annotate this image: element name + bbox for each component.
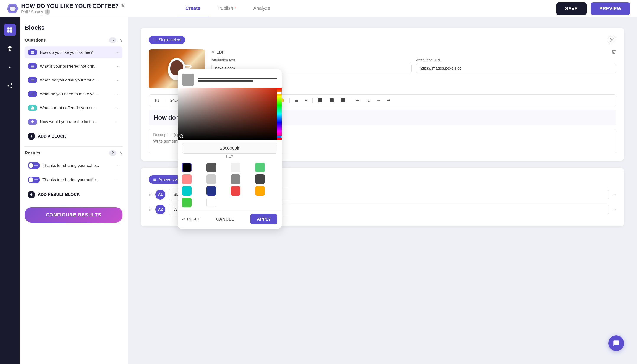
attribution-url-group: Attribution URL — [416, 58, 616, 73]
sidebar-icon-design[interactable] — [4, 42, 16, 54]
answer2-more[interactable]: ··· — [612, 207, 616, 212]
more-toolbar-button[interactable]: ··· — [374, 97, 383, 104]
swatch-lightred[interactable] — [182, 174, 192, 184]
q1-more[interactable]: ··· — [116, 50, 120, 55]
indent-button[interactable]: ⇥ — [354, 97, 362, 104]
q6-more[interactable]: ··· — [116, 119, 120, 124]
answer2-drag-handle[interactable]: ⠿ — [149, 207, 152, 212]
add-result-icon — [28, 191, 35, 198]
panel-divider — [25, 146, 122, 147]
results-count: 2 — [109, 150, 116, 156]
unordered-list-button[interactable]: ☰ — [292, 97, 301, 104]
result-item-2[interactable]: Thanks for sharing your coffe... ··· — [25, 174, 122, 186]
question-item-1[interactable]: How do you like your coffee? ··· — [25, 46, 122, 58]
result1-toggle — [28, 162, 40, 169]
result1-more[interactable]: ··· — [116, 163, 120, 168]
align-right-button[interactable]: ⬛ — [338, 97, 348, 104]
cp-hex-input[interactable] — [182, 143, 277, 154]
q5-more[interactable]: ··· — [116, 105, 120, 111]
edit-title-icon[interactable]: ✎ — [121, 3, 125, 9]
swatch-teal[interactable] — [182, 186, 192, 196]
toolbar-divider-5 — [312, 98, 313, 103]
card1-type: Single-select — [149, 36, 185, 44]
cp-gradient-area[interactable] — [178, 88, 282, 140]
align-left-button[interactable]: ⬛ — [315, 97, 325, 104]
questions-toggle[interactable]: ∧ — [119, 37, 122, 43]
clear-format-button[interactable]: Tx — [363, 97, 373, 104]
toolbar-divider-4 — [290, 98, 290, 103]
cp-gradient-cursor[interactable] — [180, 134, 183, 138]
cp-line-2 — [198, 80, 254, 82]
sidebar-icon-share[interactable] — [4, 80, 16, 92]
question-item-5[interactable]: What sort of coffee do you or... ··· — [25, 102, 122, 114]
tab-analyze[interactable]: Analyze — [244, 0, 279, 17]
info-icon[interactable]: i — [45, 9, 50, 14]
q5-text: What sort of coffee do you or... — [40, 106, 113, 110]
swatch-green[interactable] — [255, 163, 265, 172]
svg-rect-3 — [7, 27, 10, 30]
save-button[interactable]: SAVE — [556, 2, 586, 15]
result2-more[interactable]: ··· — [116, 177, 120, 183]
q4-more[interactable]: ··· — [116, 91, 120, 97]
swatch-black[interactable] — [182, 163, 192, 172]
card1-settings-icon[interactable] — [608, 36, 616, 44]
question-item-2[interactable]: What's your preferred hot drin... ··· — [25, 60, 122, 72]
swatch-darkgray[interactable] — [206, 163, 216, 172]
swatch-silver[interactable] — [206, 174, 216, 184]
swatch-lime[interactable] — [182, 198, 192, 207]
swatch-navy[interactable] — [206, 186, 216, 196]
color-picker-popup: HEX ↩ RESE — [178, 69, 282, 228]
cp-cancel-button[interactable]: CANCEL — [216, 217, 234, 222]
attribution-url-input[interactable] — [416, 64, 616, 73]
swatch-charcoal[interactable] — [255, 174, 265, 184]
cp-reset-button[interactable]: ↩ RESET — [182, 217, 200, 222]
sidebar-icon-settings[interactable] — [4, 61, 16, 73]
swatch-orange[interactable] — [255, 186, 265, 196]
q2-more[interactable]: ··· — [116, 64, 120, 69]
chat-button[interactable] — [608, 336, 624, 351]
swatch-gray[interactable] — [231, 174, 240, 184]
cp-apply-button[interactable]: APPLY — [250, 214, 277, 224]
topnav: HOW DO YOU LIKE YOUR COFFEE? ✎ Poll / Su… — [0, 0, 637, 17]
sidebar-icons — [0, 17, 20, 364]
preview-button[interactable]: PREVIEW — [591, 2, 630, 15]
cp-hue-handle-bottom[interactable] — [277, 136, 282, 138]
q6-text: How would you rate the last c... — [40, 120, 113, 124]
q3-more[interactable]: ··· — [116, 77, 120, 83]
question-item-4[interactable]: What do you need to make yo... ··· — [25, 88, 122, 100]
app-logo[interactable] — [7, 3, 18, 14]
survey-title: HOW DO YOU LIKE YOUR COFFEE? ✎ — [21, 2, 125, 9]
cp-lines — [198, 78, 277, 82]
sidebar-icon-blocks[interactable] — [4, 24, 16, 36]
question-item-3[interactable]: When do you drink your first c... ··· — [25, 74, 122, 86]
question-item-6[interactable]: How would you rate the last c... ··· — [25, 116, 122, 128]
answer1-badge: A1 — [155, 190, 165, 200]
cp-actions: ↩ RESET CANCEL APPLY — [178, 211, 282, 228]
answer1-drag-handle[interactable]: ⠿ — [149, 192, 152, 197]
svg-point-9 — [8, 85, 9, 87]
cp-hue-bar[interactable] — [277, 88, 282, 140]
answer1-more[interactable]: ··· — [612, 192, 616, 198]
results-toggle[interactable]: ∧ — [119, 150, 122, 156]
ordered-list-button[interactable]: ≡ — [302, 97, 310, 104]
result-item-1[interactable]: Thanks for sharing your coffe... ··· — [25, 159, 122, 172]
svg-rect-4 — [10, 27, 12, 30]
align-center-button[interactable]: ⬛ — [327, 97, 336, 104]
add-block-button[interactable]: ADD A BLOCK — [25, 130, 122, 143]
delete-image-button[interactable] — [612, 50, 616, 55]
swatch-red[interactable] — [231, 186, 240, 196]
configure-results-button[interactable]: CONFIGURE RESULTS — [25, 207, 122, 222]
q5-badge — [28, 105, 37, 111]
edit-image-button[interactable]: ✏ EDIT — [212, 50, 225, 54]
swatch-white[interactable] — [206, 198, 216, 207]
heading-selector[interactable]: H1 — [152, 97, 162, 104]
swatch-lightgray[interactable] — [231, 163, 240, 172]
logo-area: HOW DO YOU LIKE YOUR COFFEE? ✎ Poll / Su… — [7, 2, 125, 14]
survey-title-text: HOW DO YOU LIKE YOUR COFFEE? — [21, 2, 119, 9]
add-result-block-button[interactable]: ADD RESULT BLOCK — [25, 188, 122, 201]
add-result-label: ADD RESULT BLOCK — [38, 192, 80, 197]
cp-hue-handle[interactable] — [277, 92, 282, 94]
tab-publish[interactable]: Publish * — [209, 0, 244, 17]
tab-create[interactable]: Create — [177, 0, 209, 17]
undo-button[interactable]: ↩ — [384, 97, 392, 104]
